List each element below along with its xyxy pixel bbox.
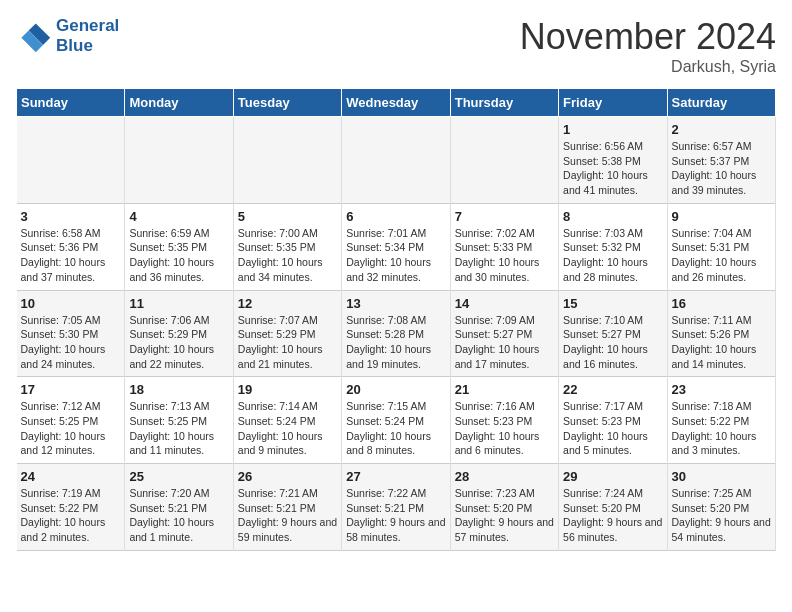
day-number: 13 <box>346 296 445 311</box>
cell-details: Sunrise: 6:56 AM Sunset: 5:38 PM Dayligh… <box>563 139 662 198</box>
cell-4-1: 25Sunrise: 7:20 AM Sunset: 5:21 PM Dayli… <box>125 464 233 551</box>
cell-details: Sunrise: 6:57 AM Sunset: 5:37 PM Dayligh… <box>672 139 771 198</box>
cell-1-6: 9Sunrise: 7:04 AM Sunset: 5:31 PM Daylig… <box>667 203 775 290</box>
week-row-0: 1Sunrise: 6:56 AM Sunset: 5:38 PM Daylig… <box>17 117 776 204</box>
day-number: 11 <box>129 296 228 311</box>
cell-details: Sunrise: 7:18 AM Sunset: 5:22 PM Dayligh… <box>672 399 771 458</box>
day-number: 20 <box>346 382 445 397</box>
day-number: 19 <box>238 382 337 397</box>
cell-details: Sunrise: 7:15 AM Sunset: 5:24 PM Dayligh… <box>346 399 445 458</box>
cell-2-0: 10Sunrise: 7:05 AM Sunset: 5:30 PM Dayli… <box>17 290 125 377</box>
cell-details: Sunrise: 6:59 AM Sunset: 5:35 PM Dayligh… <box>129 226 228 285</box>
cell-details: Sunrise: 7:04 AM Sunset: 5:31 PM Dayligh… <box>672 226 771 285</box>
week-row-2: 10Sunrise: 7:05 AM Sunset: 5:30 PM Dayli… <box>17 290 776 377</box>
cell-0-0 <box>17 117 125 204</box>
cell-details: Sunrise: 6:58 AM Sunset: 5:36 PM Dayligh… <box>21 226 121 285</box>
cell-2-3: 13Sunrise: 7:08 AM Sunset: 5:28 PM Dayli… <box>342 290 450 377</box>
cell-3-6: 23Sunrise: 7:18 AM Sunset: 5:22 PM Dayli… <box>667 377 775 464</box>
cell-1-3: 6Sunrise: 7:01 AM Sunset: 5:34 PM Daylig… <box>342 203 450 290</box>
day-number: 15 <box>563 296 662 311</box>
cell-1-4: 7Sunrise: 7:02 AM Sunset: 5:33 PM Daylig… <box>450 203 558 290</box>
cell-1-5: 8Sunrise: 7:03 AM Sunset: 5:32 PM Daylig… <box>559 203 667 290</box>
cell-4-5: 29Sunrise: 7:24 AM Sunset: 5:20 PM Dayli… <box>559 464 667 551</box>
header-row: Sunday Monday Tuesday Wednesday Thursday… <box>17 89 776 117</box>
day-number: 18 <box>129 382 228 397</box>
cell-details: Sunrise: 7:13 AM Sunset: 5:25 PM Dayligh… <box>129 399 228 458</box>
cell-3-2: 19Sunrise: 7:14 AM Sunset: 5:24 PM Dayli… <box>233 377 341 464</box>
page-header: General Blue November 2024 Darkush, Syri… <box>16 16 776 76</box>
cell-3-4: 21Sunrise: 7:16 AM Sunset: 5:23 PM Dayli… <box>450 377 558 464</box>
location: Darkush, Syria <box>520 58 776 76</box>
cell-2-6: 16Sunrise: 7:11 AM Sunset: 5:26 PM Dayli… <box>667 290 775 377</box>
cell-2-5: 15Sunrise: 7:10 AM Sunset: 5:27 PM Dayli… <box>559 290 667 377</box>
cell-0-5: 1Sunrise: 6:56 AM Sunset: 5:38 PM Daylig… <box>559 117 667 204</box>
cell-details: Sunrise: 7:19 AM Sunset: 5:22 PM Dayligh… <box>21 486 121 545</box>
col-tuesday: Tuesday <box>233 89 341 117</box>
day-number: 24 <box>21 469 121 484</box>
day-number: 1 <box>563 122 662 137</box>
week-row-4: 24Sunrise: 7:19 AM Sunset: 5:22 PM Dayli… <box>17 464 776 551</box>
day-number: 23 <box>672 382 771 397</box>
cell-4-0: 24Sunrise: 7:19 AM Sunset: 5:22 PM Dayli… <box>17 464 125 551</box>
day-number: 12 <box>238 296 337 311</box>
cell-4-4: 28Sunrise: 7:23 AM Sunset: 5:20 PM Dayli… <box>450 464 558 551</box>
cell-2-4: 14Sunrise: 7:09 AM Sunset: 5:27 PM Dayli… <box>450 290 558 377</box>
col-saturday: Saturday <box>667 89 775 117</box>
col-wednesday: Wednesday <box>342 89 450 117</box>
cell-1-0: 3Sunrise: 6:58 AM Sunset: 5:36 PM Daylig… <box>17 203 125 290</box>
cell-details: Sunrise: 7:06 AM Sunset: 5:29 PM Dayligh… <box>129 313 228 372</box>
day-number: 21 <box>455 382 554 397</box>
cell-details: Sunrise: 7:07 AM Sunset: 5:29 PM Dayligh… <box>238 313 337 372</box>
day-number: 28 <box>455 469 554 484</box>
day-number: 14 <box>455 296 554 311</box>
cell-0-6: 2Sunrise: 6:57 AM Sunset: 5:37 PM Daylig… <box>667 117 775 204</box>
cell-0-3 <box>342 117 450 204</box>
cell-details: Sunrise: 7:01 AM Sunset: 5:34 PM Dayligh… <box>346 226 445 285</box>
cell-2-2: 12Sunrise: 7:07 AM Sunset: 5:29 PM Dayli… <box>233 290 341 377</box>
cell-details: Sunrise: 7:05 AM Sunset: 5:30 PM Dayligh… <box>21 313 121 372</box>
cell-details: Sunrise: 7:14 AM Sunset: 5:24 PM Dayligh… <box>238 399 337 458</box>
day-number: 2 <box>672 122 771 137</box>
day-number: 16 <box>672 296 771 311</box>
day-number: 3 <box>21 209 121 224</box>
cell-1-2: 5Sunrise: 7:00 AM Sunset: 5:35 PM Daylig… <box>233 203 341 290</box>
logo: General Blue <box>16 16 119 56</box>
cell-1-1: 4Sunrise: 6:59 AM Sunset: 5:35 PM Daylig… <box>125 203 233 290</box>
cell-details: Sunrise: 7:02 AM Sunset: 5:33 PM Dayligh… <box>455 226 554 285</box>
cell-3-1: 18Sunrise: 7:13 AM Sunset: 5:25 PM Dayli… <box>125 377 233 464</box>
cell-3-0: 17Sunrise: 7:12 AM Sunset: 5:25 PM Dayli… <box>17 377 125 464</box>
cell-0-4 <box>450 117 558 204</box>
day-number: 26 <box>238 469 337 484</box>
day-number: 8 <box>563 209 662 224</box>
day-number: 29 <box>563 469 662 484</box>
week-row-3: 17Sunrise: 7:12 AM Sunset: 5:25 PM Dayli… <box>17 377 776 464</box>
day-number: 17 <box>21 382 121 397</box>
month-title: November 2024 <box>520 16 776 58</box>
cell-details: Sunrise: 7:23 AM Sunset: 5:20 PM Dayligh… <box>455 486 554 545</box>
cell-0-1 <box>125 117 233 204</box>
cell-details: Sunrise: 7:12 AM Sunset: 5:25 PM Dayligh… <box>21 399 121 458</box>
cell-3-5: 22Sunrise: 7:17 AM Sunset: 5:23 PM Dayli… <box>559 377 667 464</box>
day-number: 4 <box>129 209 228 224</box>
day-number: 25 <box>129 469 228 484</box>
cell-4-2: 26Sunrise: 7:21 AM Sunset: 5:21 PM Dayli… <box>233 464 341 551</box>
cell-details: Sunrise: 7:09 AM Sunset: 5:27 PM Dayligh… <box>455 313 554 372</box>
cell-4-3: 27Sunrise: 7:22 AM Sunset: 5:21 PM Dayli… <box>342 464 450 551</box>
calendar-table: Sunday Monday Tuesday Wednesday Thursday… <box>16 88 776 551</box>
day-number: 5 <box>238 209 337 224</box>
cell-details: Sunrise: 7:21 AM Sunset: 5:21 PM Dayligh… <box>238 486 337 545</box>
day-number: 22 <box>563 382 662 397</box>
cell-details: Sunrise: 7:24 AM Sunset: 5:20 PM Dayligh… <box>563 486 662 545</box>
cell-details: Sunrise: 7:00 AM Sunset: 5:35 PM Dayligh… <box>238 226 337 285</box>
cell-details: Sunrise: 7:22 AM Sunset: 5:21 PM Dayligh… <box>346 486 445 545</box>
cell-details: Sunrise: 7:11 AM Sunset: 5:26 PM Dayligh… <box>672 313 771 372</box>
cell-details: Sunrise: 7:03 AM Sunset: 5:32 PM Dayligh… <box>563 226 662 285</box>
day-number: 27 <box>346 469 445 484</box>
col-sunday: Sunday <box>17 89 125 117</box>
cell-details: Sunrise: 7:20 AM Sunset: 5:21 PM Dayligh… <box>129 486 228 545</box>
cell-3-3: 20Sunrise: 7:15 AM Sunset: 5:24 PM Dayli… <box>342 377 450 464</box>
day-number: 30 <box>672 469 771 484</box>
cell-details: Sunrise: 7:17 AM Sunset: 5:23 PM Dayligh… <box>563 399 662 458</box>
cell-details: Sunrise: 7:25 AM Sunset: 5:20 PM Dayligh… <box>672 486 771 545</box>
logo-text: General Blue <box>56 16 119 56</box>
